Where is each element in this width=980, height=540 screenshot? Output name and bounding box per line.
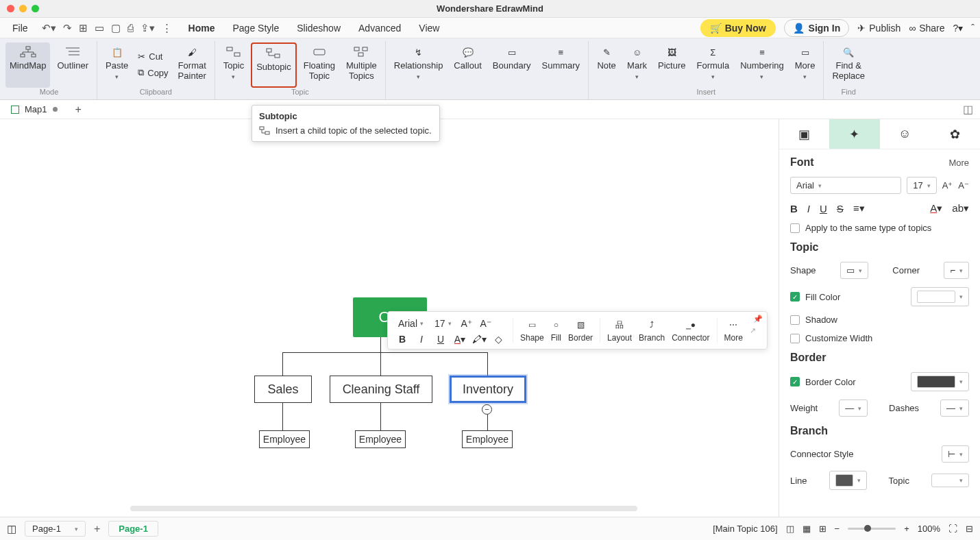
bold-button[interactable]: B bbox=[790, 203, 798, 214]
undo-icon[interactable]: ↶▾ bbox=[42, 22, 56, 34]
view-1-icon[interactable]: ◫ bbox=[786, 524, 794, 534]
fullscreen-icon[interactable]: ⛶ bbox=[948, 524, 957, 534]
format-painter-button[interactable]: 🖌 Format Painter bbox=[174, 42, 210, 88]
italic-button[interactable]: I bbox=[414, 334, 429, 345]
sp-tab-format[interactable]: ✦ bbox=[829, 119, 879, 149]
print-icon[interactable]: ⎙ bbox=[127, 22, 134, 34]
customize-width-checkbox[interactable] bbox=[790, 334, 800, 343]
topic-branch-select[interactable]: ▾ bbox=[931, 474, 969, 487]
zoom-slider[interactable] bbox=[848, 528, 896, 530]
new-tab-button[interactable]: + bbox=[71, 103, 86, 116]
panel-toggle-icon[interactable]: ◫ bbox=[963, 103, 973, 116]
more-button[interactable]: ⋯More bbox=[724, 318, 743, 343]
close-icon[interactable] bbox=[7, 5, 14, 12]
buy-now-button[interactable]: 🛒Buy Now bbox=[700, 19, 776, 37]
underline-button[interactable]: U bbox=[820, 203, 827, 214]
share-button[interactable]: ∞Share bbox=[909, 23, 944, 34]
mark-button[interactable]: ☺Mark▾ bbox=[623, 42, 651, 88]
more-insert-button[interactable]: ▭More▾ bbox=[791, 42, 820, 88]
callout-button[interactable]: 💬Callout bbox=[450, 42, 485, 88]
zoom-out-button[interactable]: − bbox=[835, 524, 840, 534]
shape-select[interactable]: ▭▾ bbox=[840, 262, 868, 279]
connector-style-select[interactable]: ⊢▾ bbox=[942, 445, 969, 463]
view-3-icon[interactable]: ⊞ bbox=[819, 524, 826, 534]
case-button[interactable]: ab▾ bbox=[952, 202, 969, 214]
node-employee-2[interactable]: Employee bbox=[355, 430, 406, 448]
redo-icon[interactable]: ↷ bbox=[63, 22, 72, 34]
font-size-select[interactable]: 17▾ bbox=[431, 316, 455, 331]
outline-view-icon[interactable]: ◫ bbox=[7, 523, 16, 535]
apply-same-checkbox[interactable] bbox=[790, 223, 800, 233]
sp-tab-emoji[interactable]: ☺ bbox=[880, 119, 930, 149]
numbering-button[interactable]: ≡Numbering▾ bbox=[736, 42, 788, 88]
zoom-in-button[interactable]: + bbox=[904, 524, 909, 534]
add-page-button[interactable]: + bbox=[94, 523, 100, 535]
page-select[interactable]: Page-1▾ bbox=[25, 521, 86, 537]
branch-button[interactable]: ⤴Branch bbox=[639, 318, 665, 343]
h-scrollbar[interactable] bbox=[130, 506, 637, 511]
font-color-button[interactable]: A▾ bbox=[930, 202, 942, 214]
font-grow-button[interactable]: A⁺ bbox=[942, 180, 953, 191]
copy-button[interactable]: ⧉Copy bbox=[135, 66, 171, 79]
shape-button[interactable]: ▭Shape bbox=[520, 318, 544, 343]
save-icon[interactable]: ▢ bbox=[111, 22, 121, 34]
multiple-topics-button[interactable]: Multiple Topics bbox=[342, 42, 381, 88]
node-employee-1[interactable]: Employee bbox=[259, 430, 310, 448]
shadow-checkbox[interactable] bbox=[790, 315, 800, 325]
summary-button[interactable]: ≡Summary bbox=[537, 42, 584, 88]
font-grow-button[interactable]: A⁺ bbox=[459, 318, 474, 329]
cut-button[interactable]: ✂Cut bbox=[135, 50, 171, 63]
weight-select[interactable]: —▾ bbox=[839, 400, 868, 417]
node-employee-3[interactable]: Employee bbox=[462, 430, 513, 448]
clear-format-button[interactable]: ◇ bbox=[491, 334, 506, 345]
open-icon[interactable]: ▭ bbox=[95, 22, 104, 34]
collapse-ribbon-icon[interactable]: ˆ bbox=[971, 23, 975, 34]
customize-qat-icon[interactable]: ⋮ bbox=[162, 22, 172, 34]
line-color-select[interactable]: ▾ bbox=[829, 471, 867, 490]
sp-tab-clipart[interactable]: ✿ bbox=[930, 119, 980, 149]
boundary-button[interactable]: ▭Boundary bbox=[489, 42, 535, 88]
pin-icon[interactable]: 📌 bbox=[753, 315, 763, 323]
document-tab[interactable]: Map1 bbox=[4, 102, 64, 116]
relationship-button[interactable]: ↯Relationship▾ bbox=[390, 42, 448, 88]
border-button[interactable]: ▧Border bbox=[568, 318, 593, 343]
topic-button[interactable]: Topic▾ bbox=[219, 42, 248, 88]
page-tab[interactable]: Page-1 bbox=[108, 521, 158, 537]
export-icon[interactable]: ⇪▾ bbox=[140, 22, 155, 34]
picture-button[interactable]: 🖼Picture bbox=[654, 42, 689, 88]
view-2-icon[interactable]: ▦ bbox=[803, 524, 811, 534]
node-sales[interactable]: Sales bbox=[254, 376, 312, 403]
sign-in-button[interactable]: 👤Sign In bbox=[784, 19, 850, 37]
underline-button[interactable]: U bbox=[433, 334, 448, 345]
dashes-select[interactable]: —▾ bbox=[940, 400, 969, 417]
floating-topic-button[interactable]: Floating Topic bbox=[299, 42, 339, 88]
fit-icon[interactable]: ⊟ bbox=[966, 524, 973, 534]
font-more-link[interactable]: More bbox=[948, 158, 969, 168]
publish-button[interactable]: ✈Publish bbox=[857, 23, 901, 34]
highlight-button[interactable]: 🖍▾ bbox=[471, 334, 487, 345]
mindmap-mode-button[interactable]: MindMap bbox=[5, 42, 50, 88]
tab-advanced[interactable]: Advanced bbox=[357, 20, 402, 36]
align-button[interactable]: ≡▾ bbox=[853, 202, 865, 214]
font-size-select[interactable]: 17▾ bbox=[907, 177, 936, 194]
border-color-select[interactable]: ▾ bbox=[911, 372, 969, 391]
bold-button[interactable]: B bbox=[395, 334, 410, 345]
maximize-icon[interactable] bbox=[32, 5, 39, 12]
minimize-icon[interactable] bbox=[19, 5, 27, 12]
sp-tab-style[interactable]: ▣ bbox=[779, 119, 829, 149]
strike-button[interactable]: S bbox=[837, 203, 844, 214]
font-family-select[interactable]: Arial▾ bbox=[790, 177, 901, 194]
outliner-mode-button[interactable]: Outliner bbox=[53, 42, 93, 88]
tab-slideshow[interactable]: Slideshow bbox=[295, 20, 342, 36]
paste-button[interactable]: 📋 Paste ▾ bbox=[101, 42, 132, 88]
italic-button[interactable]: I bbox=[807, 203, 810, 214]
note-button[interactable]: ✎Note bbox=[593, 42, 620, 88]
font-shrink-button[interactable]: A⁻ bbox=[478, 318, 493, 329]
formula-button[interactable]: ΣFormula▾ bbox=[692, 42, 733, 88]
new-icon[interactable]: ⊞ bbox=[79, 22, 88, 34]
font-shrink-button[interactable]: A⁻ bbox=[958, 180, 969, 191]
layout-button[interactable]: 品Layout bbox=[607, 318, 632, 343]
find-replace-button[interactable]: 🔍Find & Replace bbox=[828, 42, 869, 88]
collapse-handle[interactable]: − bbox=[482, 404, 492, 415]
tab-page-style[interactable]: Page Style bbox=[231, 20, 280, 36]
